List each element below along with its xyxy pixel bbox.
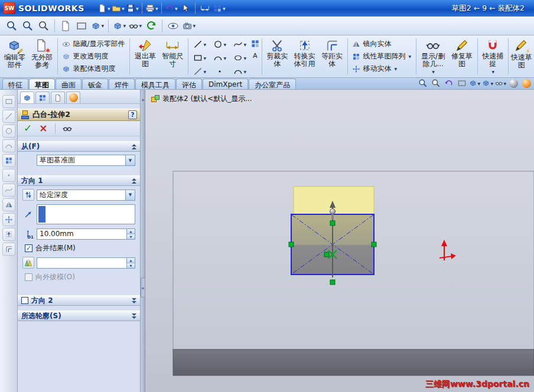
mirror-entities-button[interactable]: 镜向实体 [350, 38, 413, 50]
fillet-tool-button[interactable]: ▼ [230, 65, 250, 78]
scene-sphere-icon[interactable] [521, 78, 532, 89]
tab-configuration-manager[interactable] [51, 92, 65, 103]
tab-dimxpert[interactable]: DimXpert [203, 79, 248, 89]
direction-reference-selection-box[interactable] [37, 204, 135, 224]
new-document-button[interactable]: ▼ [97, 2, 110, 15]
left-toolbar-button[interactable] [2, 95, 15, 108]
left-toolbar-button[interactable] [2, 198, 15, 211]
exit-sketch-button[interactable]: 退出草图 [132, 37, 158, 76]
pattern-grid-button[interactable] [250, 39, 260, 48]
tab-surfaces[interactable]: 曲面 [56, 79, 82, 89]
redraw-icon[interactable] [144, 19, 158, 33]
arc-tool-button[interactable]: ▼ [210, 51, 230, 64]
tab-feature-manager[interactable] [20, 92, 34, 103]
zoom-fit-icon[interactable] [417, 78, 428, 89]
draft-outward-checkbox[interactable] [25, 273, 32, 281]
draft-angle-input[interactable]: ▲▼ [37, 257, 135, 269]
print-button[interactable]: ▼ [145, 2, 158, 15]
display-style-icon[interactable]: ▼ [482, 78, 493, 89]
ok-button[interactable]: ✓ [24, 123, 32, 133]
depth-input[interactable]: 10.00mm ▲▼ [37, 228, 135, 240]
linear-sketch-pattern-button[interactable]: 线性草图阵列 ▼ [350, 51, 413, 63]
from-condition-dropdown[interactable]: 草图基准面 ▼ [37, 155, 135, 166]
tab-mold-tools[interactable]: 模具工具 [135, 79, 175, 89]
options-grid-button[interactable]: ▼ [213, 2, 226, 15]
tab-office-products[interactable]: 办公室产品 [249, 79, 296, 89]
tab-evaluate[interactable]: 评估 [176, 79, 202, 89]
section-header-from[interactable]: 从(F) [18, 141, 140, 152]
left-toolbar-button[interactable] [2, 154, 15, 167]
quick-snaps-button[interactable]: 快速捕捉 ▼ [480, 37, 506, 76]
spinner-buttons[interactable]: ▲▼ [126, 258, 135, 268]
display-style-icon[interactable]: ▼ [112, 19, 126, 33]
cancel-button[interactable]: × [39, 123, 47, 133]
hide-show-items-icon[interactable]: ▼ [495, 78, 506, 89]
zoom-in-out-icon[interactable] [5, 19, 19, 33]
previous-view-icon[interactable] [443, 78, 454, 89]
ellipse-tool-button[interactable]: ▼ [230, 51, 250, 64]
assembly-tree-label[interactable]: 装配体2 (默认<默认_显示... [162, 94, 252, 104]
measure-button[interactable] [198, 2, 211, 15]
merge-result-row[interactable]: ✓ 合并结果(M) [25, 243, 135, 253]
rectangle-tool-button[interactable]: ▼ [190, 51, 210, 64]
merge-result-checkbox[interactable]: ✓ [25, 244, 32, 252]
handle-knob[interactable] [330, 208, 335, 214]
left-toolbar-button[interactable] [2, 184, 15, 197]
edit-component-button[interactable]: 编辑零部件 [1, 37, 28, 76]
section-header-direction1[interactable]: 方向 1 [18, 175, 140, 186]
relation-marker[interactable] [289, 242, 294, 247]
left-toolbar-button[interactable] [2, 213, 15, 226]
move-entities-button[interactable]: 移动实体 ▼ [350, 63, 413, 75]
left-toolbar-button[interactable] [2, 169, 15, 182]
offset-entities-button[interactable]: 等距实体 [318, 37, 345, 76]
left-toolbar-button[interactable] [2, 243, 15, 256]
tab-appearances[interactable] [66, 92, 80, 103]
spinner-buttons[interactable]: ▲▼ [126, 229, 135, 239]
smart-dimension-button[interactable]: 智能尺寸 [159, 37, 186, 76]
left-toolbar-button[interactable] [2, 228, 15, 241]
section-view-icon[interactable] [74, 19, 89, 33]
detailed-preview-button[interactable] [63, 124, 72, 133]
section-header-direction2[interactable]: 方向 2 [18, 295, 140, 306]
centerline-tool-button[interactable]: ▼ [190, 65, 210, 78]
draft-button[interactable] [22, 257, 34, 269]
change-transparency-button[interactable]: 更改透明度 [60, 51, 126, 63]
reverse-direction-button[interactable] [22, 189, 34, 201]
flyout-expand-button[interactable]: » [141, 96, 145, 104]
hide-show-items-icon[interactable]: ▼ [128, 19, 142, 33]
previous-view-icon[interactable] [58, 19, 73, 33]
selected-item-highlight[interactable] [38, 206, 45, 223]
relation-marker[interactable] [330, 280, 335, 285]
circle-tool-button[interactable]: ▼ [210, 38, 230, 51]
panel-collapse-button[interactable]: « [141, 277, 145, 298]
dropdown-arrow-icon[interactable]: ▼ [125, 190, 135, 200]
view-orientation-icon[interactable]: ▼ [469, 78, 480, 89]
open-button[interactable]: ▼ [112, 2, 125, 15]
line-tool-button[interactable]: ▼ [190, 38, 210, 51]
sketch-text-button[interactable] [250, 51, 260, 60]
dropdown-arrow-icon[interactable]: ▼ [125, 155, 135, 165]
left-toolbar-button[interactable] [2, 125, 15, 138]
appearance-icon[interactable] [166, 19, 180, 33]
relation-marker[interactable] [372, 242, 376, 247]
left-toolbar-button[interactable] [2, 139, 15, 152]
left-toolbar-button[interactable] [2, 110, 15, 123]
trim-entities-button[interactable]: 剪裁实体 [264, 37, 291, 76]
zoom-fit-icon[interactable] [37, 19, 51, 33]
convert-entities-button[interactable]: 转换实体引用 [291, 37, 318, 76]
hide-show-components-button[interactable]: 隐藏/显示零部件 [60, 38, 126, 50]
no-external-references-button[interactable]: * 无外部参考 [28, 37, 55, 76]
view-orientation-icon[interactable]: ▼ [90, 19, 105, 33]
scene-icon[interactable]: ▼ [182, 19, 196, 33]
3d-scene-canvas[interactable] [145, 90, 534, 392]
save-button[interactable]: ▼ [126, 2, 139, 15]
undo-button[interactable]: ▼ [165, 2, 178, 15]
relation-marker[interactable] [330, 221, 335, 226]
panel-splitter[interactable]: » « [141, 90, 145, 392]
graphics-viewport[interactable]: 装配体2 (默认<默认_显示... 三维网www.3dportal.cn [145, 90, 534, 392]
flyout-feature-tree[interactable]: 装配体2 (默认<默认_显示... [151, 94, 252, 104]
zoom-area-icon[interactable] [21, 19, 35, 33]
tab-property-manager[interactable] [35, 92, 50, 103]
section-header-selected-contours[interactable]: 所选轮廓(S) [18, 311, 140, 321]
repair-sketch-button[interactable]: 修复草图 [448, 37, 475, 76]
